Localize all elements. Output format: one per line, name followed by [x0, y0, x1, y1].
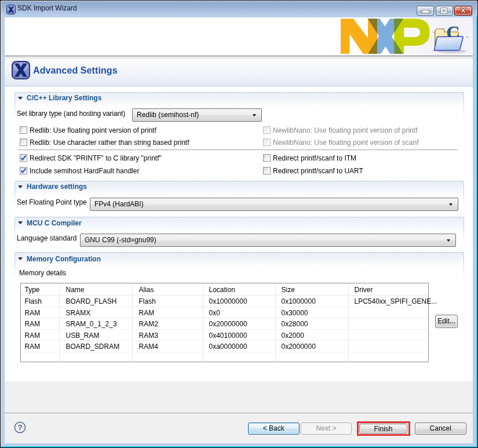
svg-text:?: ?: [17, 423, 22, 432]
